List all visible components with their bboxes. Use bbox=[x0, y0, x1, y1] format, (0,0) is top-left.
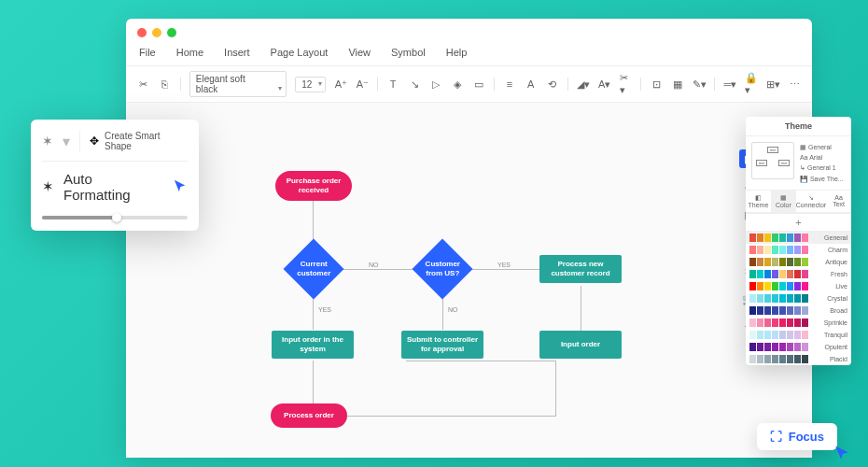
swatch[interactable] bbox=[772, 343, 778, 351]
swatch[interactable] bbox=[802, 294, 808, 303]
swatch[interactable] bbox=[764, 246, 771, 254]
more-icon[interactable]: ⊞▾ bbox=[766, 78, 779, 91]
swatch[interactable] bbox=[757, 246, 763, 254]
swatch[interactable] bbox=[772, 294, 778, 303]
swatch[interactable] bbox=[757, 343, 763, 351]
swatch[interactable] bbox=[787, 234, 793, 242]
node-process-order[interactable]: Process order bbox=[271, 403, 347, 428]
swatch[interactable] bbox=[802, 355, 808, 363]
theme-opt-general[interactable]: ▦ General bbox=[800, 142, 846, 152]
palette-live[interactable]: Live bbox=[746, 280, 851, 292]
theme-opt-save[interactable]: 💾 Save The... bbox=[800, 174, 846, 184]
palette-opulent[interactable]: Opulent bbox=[746, 341, 851, 353]
swatch[interactable] bbox=[764, 318, 771, 327]
crop-icon[interactable]: ✂▾ bbox=[620, 78, 633, 91]
swatch[interactable] bbox=[802, 246, 808, 254]
focus-button[interactable]: ⛶ Focus bbox=[757, 423, 837, 450]
lock-icon[interactable]: 🔒▾ bbox=[745, 78, 758, 91]
tab-connector[interactable]: ↘Connector bbox=[796, 191, 826, 212]
swatch[interactable] bbox=[749, 306, 756, 315]
cut-icon[interactable]: ✂ bbox=[137, 78, 150, 91]
fill-icon[interactable]: ◢▾ bbox=[577, 78, 590, 91]
palette-crystal[interactable]: Crystal bbox=[746, 292, 851, 304]
text-tool-icon[interactable]: T bbox=[386, 78, 399, 91]
swatch[interactable] bbox=[772, 318, 778, 327]
search-icon[interactable]: ⊡ bbox=[650, 78, 663, 91]
canvas[interactable]: NO YES YES NO Purchase order received Cu… bbox=[126, 103, 812, 458]
menu-view[interactable]: View bbox=[348, 47, 371, 58]
swatch[interactable] bbox=[794, 318, 801, 327]
font-color-icon[interactable]: A▾ bbox=[598, 78, 611, 91]
swatch[interactable] bbox=[779, 258, 786, 266]
swatch[interactable] bbox=[764, 306, 771, 315]
swatch[interactable] bbox=[772, 246, 778, 254]
swatch[interactable] bbox=[794, 355, 801, 363]
palette-charm[interactable]: Charm bbox=[746, 244, 851, 256]
swatch[interactable] bbox=[794, 270, 801, 278]
swatch[interactable] bbox=[787, 318, 793, 327]
minimize-icon[interactable] bbox=[152, 28, 161, 37]
swatch[interactable] bbox=[802, 270, 808, 278]
menu-help[interactable]: Help bbox=[446, 47, 468, 58]
swatch[interactable] bbox=[794, 258, 801, 266]
swatch[interactable] bbox=[772, 270, 778, 278]
swatch[interactable] bbox=[794, 234, 801, 242]
palette-placid[interactable]: Placid bbox=[746, 353, 851, 365]
close-icon[interactable] bbox=[137, 28, 147, 37]
maximize-icon[interactable] bbox=[167, 28, 176, 37]
palette-tranquil[interactable]: Tranquil bbox=[746, 329, 851, 341]
menu-home[interactable]: Home bbox=[176, 47, 203, 58]
swatch[interactable] bbox=[764, 355, 771, 363]
swatch[interactable] bbox=[757, 355, 763, 363]
swatch[interactable] bbox=[779, 246, 786, 254]
swatch[interactable] bbox=[794, 294, 801, 303]
swatch[interactable] bbox=[787, 270, 793, 278]
swatch[interactable] bbox=[757, 270, 763, 278]
node-customer-us[interactable]: Customer from US? bbox=[412, 238, 472, 299]
sparkle-icon[interactable]: ✶ bbox=[42, 134, 53, 149]
swatch[interactable] bbox=[779, 294, 786, 303]
palette-fresh[interactable]: Fresh bbox=[746, 268, 851, 280]
auto-formatting-label[interactable]: Auto Formatting bbox=[63, 171, 159, 203]
swatch[interactable] bbox=[802, 318, 808, 327]
swatch[interactable] bbox=[764, 270, 771, 278]
node-input-order[interactable]: Input order bbox=[539, 331, 622, 359]
node-purchase-order[interactable]: Purchase order received bbox=[275, 171, 352, 201]
swatch[interactable] bbox=[749, 343, 756, 351]
swatch[interactable] bbox=[764, 331, 771, 339]
swatch[interactable] bbox=[794, 343, 801, 351]
swatch[interactable] bbox=[764, 294, 771, 303]
swatch[interactable] bbox=[802, 258, 808, 266]
palette-general[interactable]: General bbox=[746, 232, 851, 244]
add-palette-button[interactable]: + bbox=[746, 213, 851, 232]
palette-antique[interactable]: Antique bbox=[746, 256, 851, 268]
menu-insert[interactable]: Insert bbox=[224, 47, 250, 58]
swatch[interactable] bbox=[757, 331, 763, 339]
swatch[interactable] bbox=[757, 294, 763, 303]
swatch[interactable] bbox=[787, 355, 793, 363]
increase-font-icon[interactable]: A⁺ bbox=[334, 78, 347, 91]
swatch[interactable] bbox=[757, 258, 763, 266]
decrease-font-icon[interactable]: A⁻ bbox=[356, 78, 369, 91]
node-current-customer[interactable]: Current customer bbox=[283, 238, 343, 299]
swatch[interactable] bbox=[794, 282, 801, 290]
swatch[interactable] bbox=[749, 270, 756, 278]
swatch[interactable] bbox=[794, 306, 801, 315]
swatch[interactable] bbox=[787, 258, 793, 266]
size-select[interactable]: 12 bbox=[295, 77, 326, 92]
align-icon[interactable]: ≡ bbox=[503, 78, 516, 91]
swatch[interactable] bbox=[779, 355, 786, 363]
swatch[interactable] bbox=[802, 234, 808, 242]
swatch[interactable] bbox=[787, 331, 793, 339]
swatch[interactable] bbox=[779, 331, 786, 339]
swatch[interactable] bbox=[794, 246, 801, 254]
menu-pagelayout[interactable]: Page Layout bbox=[271, 47, 329, 58]
shape-icon[interactable]: ▭ bbox=[472, 78, 485, 91]
grid-icon[interactable]: ▦ bbox=[671, 78, 684, 91]
swatch[interactable] bbox=[749, 318, 756, 327]
menu-icon[interactable]: ⋯ bbox=[788, 78, 801, 91]
swatch[interactable] bbox=[787, 294, 793, 303]
pointer-icon[interactable]: ▷ bbox=[429, 78, 442, 91]
swatch[interactable] bbox=[787, 246, 793, 254]
node-process-new[interactable]: Process new customer record bbox=[539, 255, 622, 283]
